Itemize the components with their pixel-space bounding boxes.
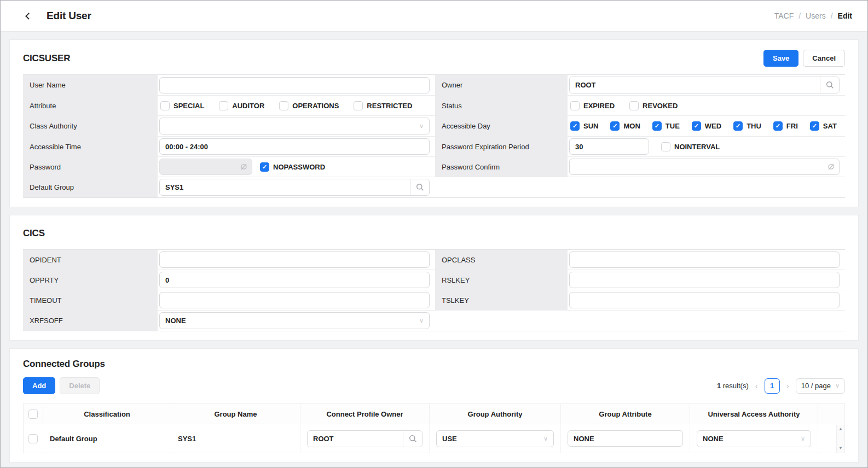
checkbox-icon[interactable] [570, 121, 580, 131]
checkbox-nopassword[interactable]: NOPASSWORD [260, 162, 325, 172]
checkbox-sat[interactable]: SAT [810, 121, 837, 131]
checkbox-icon[interactable] [692, 121, 701, 131]
checkbox-icon[interactable] [629, 101, 639, 110]
cancel-button[interactable]: Cancel [803, 50, 845, 67]
page-title: Edit User [47, 10, 91, 22]
tslkey-input[interactable] [569, 292, 840, 308]
chevron-down-icon: ∨ [419, 122, 424, 130]
class-authority-select[interactable]: ∨ [159, 118, 430, 134]
group-attribute-input[interactable] [568, 430, 683, 447]
accessible-time-input[interactable] [159, 138, 430, 155]
cicsuser-form: User Name Owner Attribute SPECIAL AUDITO… [23, 74, 845, 198]
user-name-input[interactable] [159, 77, 430, 93]
owner-label: Owner [435, 75, 568, 95]
table-scrollbar[interactable]: ▲ ▼ [836, 425, 844, 453]
scroll-down-icon[interactable]: ▼ [838, 446, 843, 451]
owner-search-button[interactable] [820, 77, 839, 93]
back-button[interactable] [22, 10, 34, 22]
breadcrumb-separator: / [798, 11, 801, 20]
checkbox-icon[interactable] [354, 101, 363, 110]
scroll-up-icon[interactable]: ▲ [838, 427, 843, 431]
breadcrumb-item-users[interactable]: Users [806, 11, 826, 20]
eye-off-icon[interactable] [240, 163, 248, 171]
row-checkbox[interactable] [28, 434, 38, 443]
password-expiration-input[interactable] [569, 138, 649, 155]
empty-cell [435, 177, 845, 197]
rslkey-input[interactable] [569, 272, 840, 288]
checkbox-sun[interactable]: SUN [570, 121, 598, 131]
checkbox-revoked[interactable]: REVOKED [629, 101, 678, 110]
select-all-checkbox[interactable] [28, 410, 38, 419]
result-count: 1 result(s) [717, 382, 749, 390]
checkbox-auditor[interactable]: AUDITOR [219, 101, 264, 110]
prev-page-icon[interactable]: ‹ [754, 381, 759, 390]
save-button[interactable]: Save [763, 50, 798, 67]
connect-profile-owner-input[interactable] [308, 431, 403, 447]
breadcrumb-item-tacf[interactable]: TACF [774, 11, 794, 20]
pagination: 1 result(s) ‹ 1 › 10 / page ∨ [717, 378, 845, 394]
checkbox-icon[interactable] [610, 121, 620, 131]
cics-section: CICS OPIDENT OPCLASS OPPRTY RSLKEY TIMEO… [9, 215, 859, 341]
checkbox-icon[interactable] [661, 142, 670, 151]
default-group-input-group [159, 179, 430, 196]
table-header: Classification Group Name Connect Profil… [24, 404, 844, 424]
checkbox-icon[interactable] [773, 121, 783, 131]
owner-input-group [569, 77, 840, 93]
password-confirm-label: Password Confirm [435, 157, 568, 177]
page-number-button[interactable]: 1 [765, 378, 780, 394]
checkbox-thu[interactable]: THU [733, 121, 761, 131]
checkbox-wed[interactable]: WED [692, 121, 721, 131]
checkbox-icon[interactable] [810, 121, 819, 131]
next-page-icon[interactable]: › [785, 381, 790, 390]
checkbox-icon[interactable] [733, 121, 743, 131]
delete-button[interactable]: Delete [60, 377, 100, 394]
cicsuser-section-title: CICSUSER [23, 53, 70, 64]
timeout-label: TIMEOUT [23, 290, 158, 310]
default-group-input[interactable] [160, 179, 410, 195]
timeout-input[interactable] [159, 292, 430, 308]
connected-groups-title: Connected Groups [23, 359, 845, 370]
checkbox-icon[interactable] [260, 162, 269, 172]
breadcrumb-separator: / [831, 11, 833, 20]
connect-profile-owner-group [307, 430, 423, 447]
checkbox-icon[interactable] [570, 101, 580, 110]
owner-input[interactable] [570, 77, 820, 93]
opprty-input[interactable] [159, 272, 430, 288]
search-icon [409, 435, 417, 443]
col-group-name: Group Name [171, 404, 300, 424]
checkbox-tue[interactable]: TUE [652, 121, 680, 131]
checkbox-icon[interactable] [279, 101, 288, 110]
checkbox-mon[interactable]: MON [610, 121, 640, 131]
checkbox-expired[interactable]: EXPIRED [570, 101, 615, 110]
opclass-label: OPCLASS [435, 250, 568, 270]
group-authority-select[interactable]: USE ∨ [436, 430, 554, 447]
xrfsoff-select[interactable]: NONE ∨ [159, 312, 430, 329]
checkbox-nointerval[interactable]: NOINTERVAL [661, 142, 720, 151]
checkbox-operations[interactable]: OPERATIONS [279, 101, 339, 110]
status-label: Status [435, 96, 568, 115]
accessible-day-label: Accessible Day [435, 116, 568, 136]
cics-form: OPIDENT OPCLASS OPPRTY RSLKEY TIMEOUT TS… [23, 249, 845, 331]
checkbox-icon[interactable] [219, 101, 228, 110]
accessible-time-label: Accessible Time [23, 137, 158, 156]
universal-access-authority-select[interactable]: NONE ∨ [697, 430, 811, 447]
checkbox-fri[interactable]: FRI [773, 121, 798, 131]
chevron-down-icon: ∨ [419, 317, 424, 324]
chevron-down-icon: ∨ [801, 435, 805, 442]
password-confirm-input[interactable] [569, 159, 840, 175]
opident-input[interactable] [159, 251, 430, 268]
checkbox-restricted[interactable]: RESTRICTED [354, 101, 412, 110]
col-group-attribute: Group Attribute [561, 404, 690, 424]
checkbox-special[interactable]: SPECIAL [160, 101, 204, 110]
add-button[interactable]: Add [23, 377, 55, 394]
page-size-select[interactable]: 10 / page ∨ [796, 378, 845, 394]
cics-section-title: CICS [23, 228, 45, 239]
connect-profile-owner-search-button[interactable] [403, 431, 422, 447]
opclass-input[interactable] [569, 251, 840, 268]
opident-label: OPIDENT [23, 250, 158, 270]
default-group-search-button[interactable] [410, 179, 429, 195]
chevron-down-icon: ∨ [835, 382, 840, 389]
checkbox-icon[interactable] [160, 101, 170, 110]
checkbox-icon[interactable] [652, 121, 662, 131]
eye-off-icon[interactable] [827, 163, 835, 171]
